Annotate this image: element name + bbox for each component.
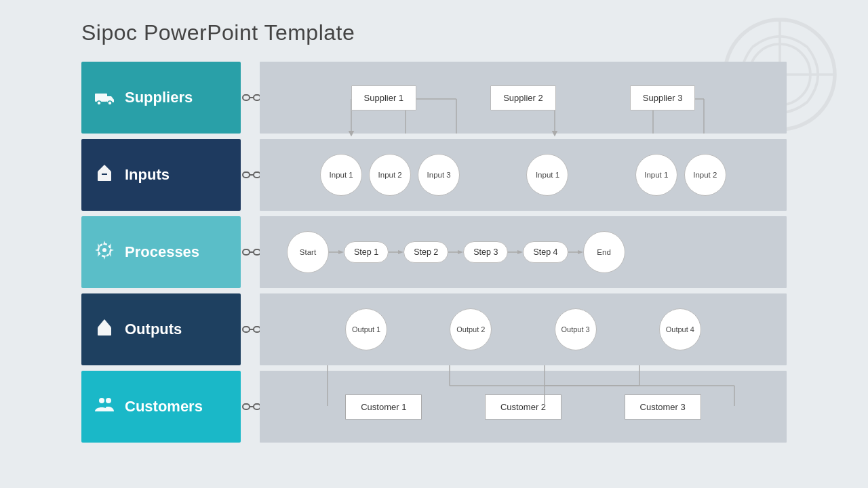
svg-rect-19 (102, 174, 107, 175)
supplier-2-box: Supplier 2 (490, 85, 556, 110)
svg-rect-17 (98, 171, 111, 181)
process-step4: Step 4 (523, 241, 568, 263)
box-icon (94, 162, 115, 188)
supplier-1-box: Supplier 1 (351, 85, 417, 110)
suppliers-label-text: Suppliers (125, 89, 193, 106)
process-arrow-1 (329, 247, 344, 257)
supplier-3-box: Supplier 3 (630, 85, 696, 110)
process-step2: Step 2 (403, 241, 448, 263)
gear-icon (94, 239, 115, 265)
svg-rect-39 (98, 327, 111, 336)
output-1: Output 1 (345, 308, 387, 350)
process-arrow-2 (389, 247, 403, 257)
svg-marker-32 (398, 250, 403, 254)
inputs-content: Input 1 Input 2 Input 3 Input 1 Input 1 … (260, 139, 787, 211)
customers-label-text: Customers (125, 398, 203, 415)
link-icon-suppliers (242, 93, 261, 102)
svg-rect-20 (243, 172, 250, 178)
customer-2-box: Customer 2 (485, 394, 561, 420)
customer-1-box: Customer 1 (345, 394, 422, 420)
link-icon-inputs (242, 170, 261, 180)
truck-icon (94, 87, 115, 108)
input-1-1: Input 1 (320, 154, 362, 196)
input-3-1: Input 1 (635, 154, 677, 196)
svg-marker-34 (458, 250, 463, 254)
process-end: End (583, 231, 625, 273)
customers-content: Customer 1 Customer 2 Customer 3 (260, 371, 787, 443)
link-icon-processes (242, 247, 261, 257)
link-icon-customers (242, 402, 261, 411)
inputs-label: Inputs (81, 139, 241, 211)
suppliers-label: Suppliers (81, 62, 241, 134)
outputs-label-text: Outputs (125, 321, 182, 338)
svg-rect-42 (243, 327, 250, 332)
input-1-2: Input 2 (369, 154, 411, 196)
process-arrow-3 (448, 247, 463, 257)
input-1-3: Input 3 (418, 154, 460, 196)
customers-row: Customers Customer 1 Customer 2 Customer… (81, 371, 787, 443)
svg-marker-30 (338, 250, 344, 254)
inputs-label-text: Inputs (125, 166, 170, 184)
suppliers-row: Suppliers (81, 62, 787, 134)
svg-point-4 (108, 101, 112, 105)
output-2: Output 2 (450, 308, 492, 350)
process-step1: Step 1 (344, 241, 389, 263)
sipoc-wrapper: Suppliers (81, 62, 787, 443)
processes-label-text: Processes (125, 243, 199, 261)
people-icon (94, 394, 115, 420)
svg-point-3 (97, 101, 101, 105)
outputs-label: Outputs (81, 293, 241, 365)
output-icon (94, 317, 115, 342)
svg-rect-55 (243, 404, 250, 409)
processes-row: Processes Start (81, 216, 787, 288)
processes-content: Start Step 1 Step 2 (260, 216, 787, 288)
output-4: Output 4 (659, 308, 701, 350)
process-step3: Step 3 (463, 241, 508, 263)
svg-marker-18 (98, 165, 111, 171)
link-icon-outputs (242, 325, 261, 334)
svg-marker-38 (578, 250, 583, 254)
svg-rect-26 (243, 249, 250, 255)
customer-3-box: Customer 3 (625, 394, 701, 420)
outputs-content: Output 1 Output 2 Output 3 Output 4 (260, 293, 787, 365)
output-3: Output 3 (555, 308, 597, 350)
process-arrow-5 (568, 247, 583, 257)
suppliers-content: Supplier 1 Supplier 2 Supplier 3 (260, 62, 787, 134)
process-arrow-4 (508, 247, 523, 257)
svg-rect-41 (102, 325, 107, 327)
process-start: Start (287, 231, 329, 273)
svg-rect-2 (95, 94, 107, 102)
main-container: Sipoc PowerPoint Template Suppliers (0, 0, 868, 462)
svg-rect-6 (243, 95, 250, 100)
customers-label: Customers (81, 371, 241, 443)
inputs-row: Inputs Input 1 Input 2 Input 3 (81, 139, 787, 211)
svg-marker-36 (517, 250, 523, 254)
input-3-2: Input 2 (684, 154, 726, 196)
page-title: Sipoc PowerPoint Template (81, 20, 787, 45)
svg-rect-5 (96, 95, 98, 97)
input-2-1: Input 1 (526, 154, 568, 196)
svg-point-54 (106, 398, 111, 403)
processes-label: Processes (81, 216, 241, 288)
outputs-row: Outputs (81, 293, 787, 365)
svg-point-53 (99, 398, 104, 403)
